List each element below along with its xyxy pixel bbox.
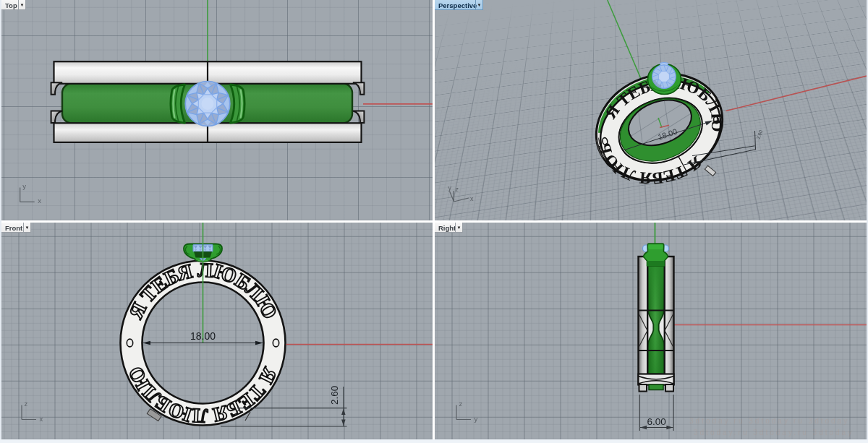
svg-text:z: z [25, 400, 28, 408]
svg-text:3dtoday.ru 3dtoday.ru 3dtoday: 3dtoday.ru 3dtoday.ru 3dtoday [689, 417, 849, 425]
svg-text:y: y [22, 182, 26, 190]
svg-text:y: y [475, 415, 478, 423]
svg-text:2.60: 2.60 [755, 129, 763, 140]
svg-text:6.00: 6.00 [647, 416, 666, 427]
svg-text:3dtoday.ru 3dtoday.ru 3dtoday: 3dtoday.ru 3dtoday.ru 3dtoday [694, 429, 854, 436]
svg-text:x: x [470, 195, 474, 202]
svg-text:y: y [448, 184, 452, 192]
svg-text:18.00: 18.00 [190, 330, 216, 342]
svg-text:z: z [459, 400, 463, 408]
svg-text:2.60: 2.60 [329, 386, 340, 405]
svg-text:Я ТЕБЯ ЛЮБЛЮ: Я ТЕБЯ ЛЮБЛЮ [124, 362, 282, 427]
svg-text:x: x [38, 197, 41, 205]
svg-text:x: x [40, 415, 43, 423]
svg-text:z: z [456, 186, 459, 193]
